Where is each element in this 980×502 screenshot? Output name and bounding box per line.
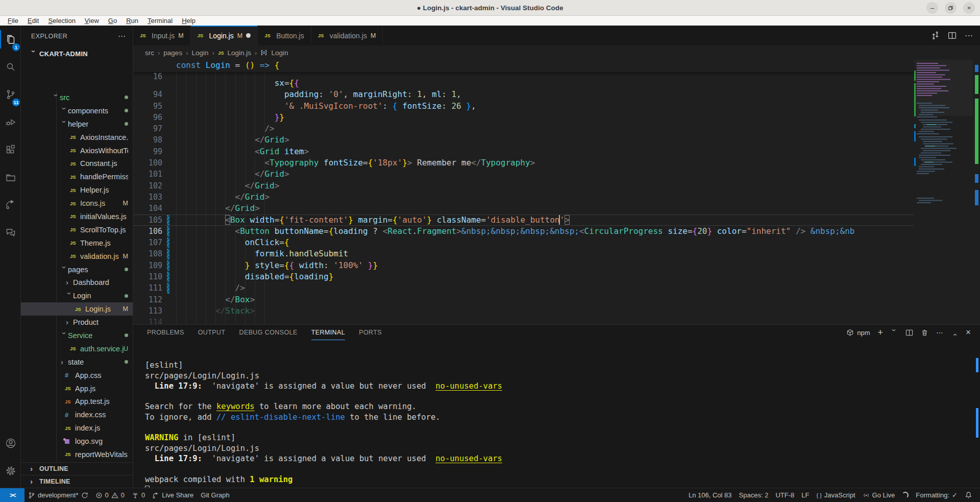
tree-item[interactable]: validation.js M [21, 250, 133, 263]
menu-item[interactable]: Help [177, 16, 200, 26]
code-line[interactable]: 107 <Button buttonName={loading ? <React… [133, 226, 914, 237]
tree-item[interactable]: › pages [21, 263, 133, 276]
terminal-output[interactable]: [eslint] src/pages/Login/Login.js Line 1… [145, 350, 970, 488]
panel-tab[interactable]: DEBUG CONSOLE [239, 325, 297, 340]
code-line[interactable]: 114 </Stack> [133, 305, 914, 317]
tree-item[interactable]: › Dashboard [21, 276, 133, 289]
tree-item[interactable]: initialValues.js [21, 210, 133, 223]
breadcrumb-item[interactable]: Login.js [228, 49, 252, 57]
code-line[interactable]: 100 <Grid item> [133, 146, 914, 157]
code-line[interactable]: 105 </Grid> [133, 203, 914, 214]
maximize-panel-icon[interactable]: › [951, 329, 958, 336]
menu-item[interactable]: Selection [43, 16, 80, 26]
tree-item[interactable]: index.js [21, 421, 133, 435]
tab-validation-js[interactable]: validation.js M [311, 26, 383, 45]
terminal-link[interactable]: no-unused-vars [435, 381, 502, 391]
tree-item[interactable]: › helper [21, 117, 133, 131]
go-live-item[interactable]: Go Live [859, 488, 899, 502]
tree-item[interactable]: › Login [21, 289, 133, 302]
kill-terminal-trash-icon[interactable] [921, 329, 928, 337]
panel-more-actions-icon[interactable]: ⋯ [936, 328, 943, 337]
panel-tab[interactable]: TERMINAL [311, 325, 345, 340]
close-panel-icon[interactable]: × [966, 327, 971, 338]
menu-item[interactable]: Terminal [143, 16, 177, 26]
panel-tab[interactable]: OUTPUT [198, 325, 226, 340]
tree-item[interactable]: › state [21, 355, 133, 369]
notifications-item[interactable] [961, 488, 976, 502]
tree-item[interactable]: App.css [21, 369, 133, 382]
breadcrumb-item[interactable]: src [145, 49, 154, 57]
menu-item[interactable]: Run [121, 16, 143, 26]
breadcrumb-item[interactable]: Login [191, 49, 208, 57]
tree-item[interactable]: auth.service.js U [21, 342, 133, 355]
code-editor[interactable]: 16 const Login = () => { 94 sx={{ 95 pad… [133, 60, 980, 324]
tree-item[interactable]: Icons.js M [21, 197, 133, 210]
panel-tab[interactable]: PORTS [359, 325, 382, 340]
tree-item[interactable]: › src [21, 91, 133, 104]
tree-item[interactable]: App.test.js [21, 395, 133, 408]
git-graph-item[interactable]: Git Graph [197, 488, 233, 502]
tree-item[interactable]: › Service [21, 329, 133, 342]
code-line[interactable]: 113 </Box> [133, 294, 914, 305]
code-line[interactable]: 99 </Grid> [133, 134, 914, 146]
language-mode-item[interactable]: { } JavaScript [813, 488, 859, 502]
terminal-link[interactable]: keywords [216, 402, 255, 411]
code-line[interactable]: 102 </Grid> [133, 169, 914, 180]
breadcrumb-item[interactable]: pages [163, 49, 182, 57]
sidebar-item-extensions[interactable] [0, 136, 21, 163]
menu-item[interactable]: Edit [23, 16, 43, 26]
timeline-section[interactable]: › TIMELINE [21, 475, 133, 488]
workspace-section-header[interactable]: › CKART-ADMIN [21, 47, 133, 60]
new-terminal-icon[interactable]: + [878, 327, 884, 338]
encoding-item[interactable]: UTF-8 [772, 488, 798, 502]
more-actions-icon[interactable]: ⋯ [965, 31, 973, 40]
code-line[interactable]: 110 } style={{ width: '100%' }} [133, 260, 914, 271]
problems-item[interactable]: 0 0 [92, 488, 128, 502]
tree-item[interactable]: logo.svg [21, 435, 133, 448]
restore-button[interactable] [945, 2, 957, 14]
code-line[interactable]: 112 /> [133, 282, 914, 294]
sidebar-item-explorer[interactable]: 1 [0, 26, 21, 53]
tree-item[interactable]: index.css [21, 408, 133, 421]
tree-item[interactable]: Login.js M [21, 302, 133, 316]
tree-item[interactable]: reportWebVitals.js [21, 448, 133, 461]
menu-item[interactable]: File [3, 16, 23, 26]
tree-item[interactable]: AxiosInstance.js [21, 131, 133, 144]
code-line[interactable]: 101 <Typography fontSize={'18px'}> Remem… [133, 157, 914, 169]
terminal-dropdown-icon[interactable]: › [891, 329, 898, 336]
sidebar-item-folder-extension[interactable] [0, 163, 21, 191]
tree-item[interactable]: handlePermission.js [21, 170, 133, 183]
formatting-item[interactable]: Formatting: ✓ [912, 488, 961, 502]
breadcrumb-item[interactable]: Login [271, 49, 288, 57]
code-line[interactable]: 111 disabled={loading} [133, 271, 914, 282]
live-share-item[interactable]: Live Share [149, 488, 197, 502]
menu-item[interactable]: View [80, 16, 104, 26]
code-line[interactable]: 95 padding: '0', marginRight: 1, ml: 1, [133, 89, 914, 100]
split-editor-icon[interactable] [948, 31, 957, 40]
close-button[interactable]: × [963, 2, 975, 14]
tab-login-js[interactable]: Login.js M [191, 26, 258, 45]
code-line[interactable]: 94 sx={{ [133, 78, 914, 89]
split-terminal-icon[interactable] [905, 329, 913, 337]
settings-gear-icon[interactable] [0, 457, 21, 485]
tab-button-js[interactable]: Button.js [258, 26, 311, 45]
terminal-profile[interactable]: npm [846, 329, 870, 337]
unsaved-dot-icon[interactable] [246, 33, 251, 38]
tree-item[interactable]: App.js [21, 382, 133, 395]
tree-item[interactable]: Constant.js [21, 157, 133, 170]
sidebar-item-search[interactable] [0, 53, 21, 81]
indentation-item[interactable]: Spaces: 2 [736, 488, 772, 502]
tree-item[interactable]: Helper.js [21, 183, 133, 197]
cursor-position-item[interactable]: Ln 106, Col 83 [685, 488, 736, 502]
ports-item[interactable]: 0 [128, 488, 149, 502]
code-line[interactable]: 96 '& .MuiSvgIcon-root': { fontSize: 26 … [133, 101, 914, 112]
tree-item[interactable]: Theme.js [21, 236, 133, 250]
minimize-button[interactable]: – [926, 2, 938, 14]
git-branch-item[interactable]: development* [24, 488, 92, 502]
code-line[interactable]: 106 <Box width={'fit-content'} margin={'… [133, 214, 914, 226]
account-icon[interactable] [0, 429, 21, 457]
tree-item[interactable]: ScrollToTop.js [21, 223, 133, 236]
menu-item[interactable]: Go [104, 16, 121, 26]
panel-tab[interactable]: PROBLEMS [147, 325, 184, 340]
tree-item[interactable]: › Product [21, 316, 133, 329]
